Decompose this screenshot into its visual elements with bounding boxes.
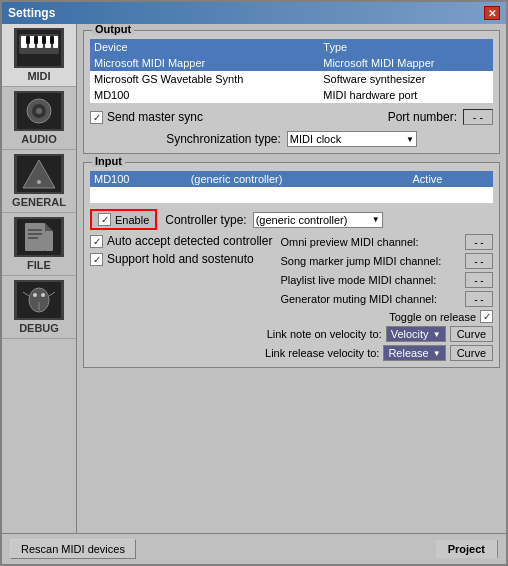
table-row[interactable]: Microsoft MIDI Mapper Microsoft MIDI Map…: [90, 55, 493, 71]
output-row1-device: Microsoft MIDI Mapper: [90, 55, 319, 71]
support-hold-wrapper: Support hold and sostenuto: [90, 252, 272, 266]
svg-rect-10: [50, 36, 54, 44]
table-row[interactable]: MD100 MIDI hardware port: [90, 87, 493, 103]
link-note-dropdown[interactable]: Velocity ▼: [386, 326, 446, 342]
sidebar-item-midi[interactable]: MIDI: [2, 24, 76, 87]
song-value[interactable]: - -: [465, 253, 493, 269]
table-row-empty: [90, 187, 493, 203]
link-release-dropdown[interactable]: Release ▼: [383, 345, 445, 361]
auto-accept-checkbox[interactable]: [90, 235, 103, 248]
send-master-sync-row: Send master sync Port number: - -: [90, 109, 493, 125]
output-row3-device: MD100: [90, 87, 319, 103]
svg-rect-22: [28, 229, 42, 231]
sync-dropdown-arrow: ▼: [406, 135, 414, 144]
send-master-sync-label: Send master sync: [107, 110, 203, 124]
controller-type-value: (generic controller): [256, 214, 348, 226]
debug-icon: [14, 280, 64, 320]
support-hold-label: Support hold and sostenuto: [107, 252, 254, 266]
svg-rect-7: [26, 36, 30, 44]
close-button[interactable]: ✕: [484, 6, 500, 20]
input-group: Input MD100 (generic controller) Active: [83, 162, 500, 368]
enable-row: Enable Controller type: (generic control…: [90, 209, 493, 230]
left-options: Auto accept detected controller Support …: [90, 234, 272, 323]
svg-rect-8: [34, 36, 38, 44]
window-title: Settings: [8, 6, 55, 20]
auto-accept-label: Auto accept detected controller: [107, 234, 272, 248]
bottom-tabs: Project: [436, 540, 498, 558]
enable-checkbox[interactable]: [98, 213, 111, 226]
svg-point-28: [41, 293, 45, 297]
link-note-curve-button[interactable]: Curve: [450, 326, 493, 342]
sync-dropdown[interactable]: MIDI clock ▼: [287, 131, 417, 147]
svg-rect-24: [28, 237, 38, 239]
title-bar: Settings ✕: [2, 2, 506, 24]
right-options: Omni preview MIDI channel: - - Song mark…: [280, 234, 493, 323]
input-table: MD100 (generic controller) Active: [90, 171, 493, 203]
table-row[interactable]: Microsoft GS Wavetable Synth Software sy…: [90, 71, 493, 87]
playlist-value[interactable]: - -: [465, 272, 493, 288]
output-group-title: Output: [92, 24, 134, 35]
svg-point-14: [36, 108, 42, 114]
link-note-label: Link note on velocity to:: [267, 328, 382, 340]
sync-label: Synchronization type:: [166, 132, 281, 146]
sidebar-item-general[interactable]: GENERAL: [2, 150, 76, 213]
input-group-title: Input: [92, 155, 125, 167]
link-release-value: Release: [388, 347, 428, 359]
project-tab[interactable]: Project: [436, 540, 498, 558]
output-group: Output Device Type Microsoft MIDI Mapper…: [83, 30, 500, 154]
enable-label: Enable: [115, 214, 149, 226]
sidebar-midi-label: MIDI: [27, 70, 50, 82]
toggle-release-row: Toggle on release: [280, 310, 493, 323]
link-note-dropdown-arrow: ▼: [433, 330, 441, 339]
general-icon: [14, 154, 64, 194]
output-row3-type: MIDI hardware port: [319, 87, 493, 103]
sidebar-item-audio[interactable]: AUDIO: [2, 87, 76, 150]
right-option-omni: Omni preview MIDI channel: - -: [280, 234, 493, 250]
link-note-value: Velocity: [391, 328, 429, 340]
table-row[interactable]: MD100 (generic controller) Active: [90, 171, 493, 187]
support-hold-checkbox[interactable]: [90, 253, 103, 266]
sidebar-item-debug[interactable]: DEBUG: [2, 276, 76, 339]
muting-value[interactable]: - -: [465, 291, 493, 307]
right-option-playlist: Playlist live mode MIDI channel: - -: [280, 272, 493, 288]
controller-dropdown-arrow: ▼: [372, 215, 380, 224]
content-area: MIDI AUDIO: [2, 24, 506, 533]
toggle-release-label: Toggle on release: [389, 311, 476, 323]
controller-type-label: Controller type:: [165, 213, 246, 227]
sidebar-item-file[interactable]: FILE: [2, 213, 76, 276]
sidebar-general-label: GENERAL: [12, 196, 66, 208]
settings-window: Settings ✕: [0, 0, 508, 566]
send-master-sync-checkbox[interactable]: [90, 111, 103, 124]
output-col-device: Device: [90, 39, 319, 55]
link-release-velocity-row: Link release velocity to: Release ▼ Curv…: [90, 345, 493, 361]
controller-type-dropdown[interactable]: (generic controller) ▼: [253, 212, 383, 228]
link-release-label: Link release velocity to:: [265, 347, 379, 359]
sync-value: MIDI clock: [290, 133, 341, 145]
omni-value[interactable]: - -: [465, 234, 493, 250]
toggle-release-checkbox[interactable]: [480, 310, 493, 323]
port-number-label: Port number:: [388, 110, 457, 124]
enable-button[interactable]: Enable: [90, 209, 157, 230]
send-master-sync-checkbox-wrapper: Send master sync: [90, 110, 203, 124]
midi-icon: [14, 28, 64, 68]
song-label: Song marker jump MIDI channel:: [280, 255, 461, 267]
sync-row: Synchronization type: MIDI clock ▼: [90, 131, 493, 147]
controller-type-row: Controller type: (generic controller) ▼: [165, 212, 382, 228]
svg-point-27: [33, 293, 37, 297]
link-note-velocity-row: Link note on velocity to: Velocity ▼ Cur…: [90, 326, 493, 342]
output-row2-device: Microsoft GS Wavetable Synth: [90, 71, 319, 87]
file-icon: [14, 217, 64, 257]
right-option-muting: Generator muting MIDI channel: - -: [280, 291, 493, 307]
sidebar-debug-label: DEBUG: [19, 322, 59, 334]
output-table: Device Type Microsoft MIDI Mapper Micros…: [90, 39, 493, 103]
svg-rect-9: [42, 36, 46, 44]
svg-rect-23: [28, 233, 42, 235]
link-release-curve-button[interactable]: Curve: [450, 345, 493, 361]
input-row1-type: (generic controller): [187, 171, 409, 187]
right-option-song: Song marker jump MIDI channel: - -: [280, 253, 493, 269]
auto-accept-wrapper: Auto accept detected controller: [90, 234, 272, 248]
output-row1-type: Microsoft MIDI Mapper: [319, 55, 493, 71]
audio-icon: [14, 91, 64, 131]
port-number-value[interactable]: - -: [463, 109, 493, 125]
rescan-midi-button[interactable]: Rescan MIDI devices: [10, 539, 136, 559]
